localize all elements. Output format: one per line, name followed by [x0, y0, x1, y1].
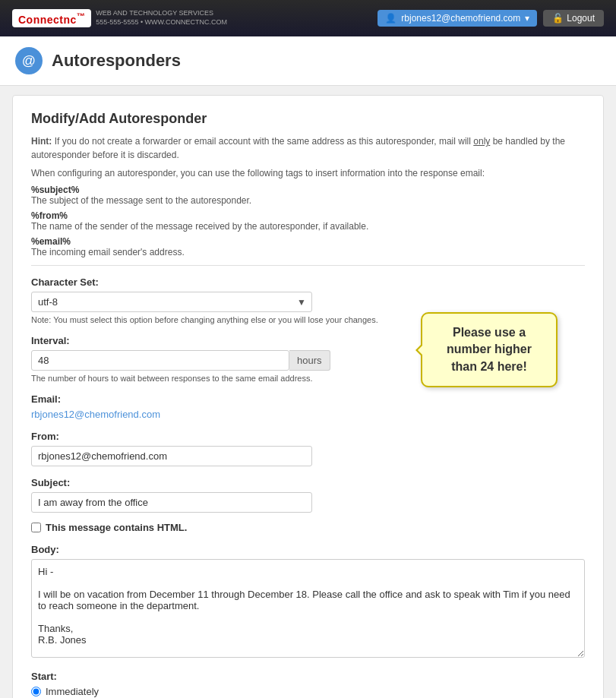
tag-email-name: %email% [31, 236, 585, 247]
html-checkbox-label[interactable]: This message contains HTML. [46, 522, 187, 533]
start-group: Start: Immediately Custom [31, 671, 585, 698]
from-input[interactable] [31, 446, 312, 466]
tag-subject: %subject% The subject of the message sen… [31, 185, 585, 206]
from-group: From: [31, 431, 585, 466]
logo-accent: nc [64, 13, 77, 25]
subject-label: Subject: [31, 477, 585, 488]
html-checkbox[interactable] [31, 523, 41, 532]
logo-subtitle: WEB AND TECHNOLOGY SERVICES 555-555-5555… [96, 9, 227, 27]
html-checkbox-row: This message contains HTML. [31, 522, 585, 533]
tag-subject-desc: The subject of the message sent to the a… [31, 195, 585, 206]
user-email: rbjones12@chemofriend.com [401, 13, 520, 24]
body-textarea[interactable]: Hi - I will be on vacation from December… [31, 559, 585, 658]
character-set-select[interactable]: utf-8 iso-8859-1 UTF-7 [31, 292, 312, 312]
character-set-wrapper: utf-8 iso-8859-1 UTF-7 ▼ [31, 292, 312, 312]
start-immediately-label[interactable]: Immediately [46, 686, 99, 697]
start-immediately-radio[interactable] [31, 687, 41, 696]
character-set-label: Character Set: [31, 276, 585, 288]
logo-main: Connect [18, 13, 64, 25]
start-label: Start: [31, 671, 585, 682]
interval-input[interactable] [31, 350, 289, 371]
main-content: Modify/Add Autoresponder Hint: If you do… [12, 95, 604, 698]
user-badge[interactable]: 👤 rbjones12@chemofriend.com ▾ [377, 10, 537, 27]
page-title: Autoresponders [52, 51, 181, 71]
tag-from-desc: The name of the sender of the message re… [31, 221, 585, 232]
tag-email-desc: The incoming email sender's address. [31, 247, 585, 257]
logo: Connectnc™ [12, 9, 91, 28]
interval-unit-label: hours [289, 350, 330, 371]
tag-from: %from% The name of the sender of the mes… [31, 210, 585, 232]
hint1: Hint: If you do not create a forwarder o… [31, 134, 585, 162]
email-value: rbjones12@chemofriend.com [31, 409, 585, 420]
email-group: Email: rbjones12@chemofriend.com [31, 393, 585, 420]
header-right: 👤 rbjones12@chemofriend.com ▾ 🔓 Logout [377, 10, 604, 27]
tag-email: %email% The incoming email sender's addr… [31, 236, 585, 257]
lock-icon: 🔓 [552, 13, 564, 24]
section-title: Modify/Add Autoresponder [31, 111, 585, 127]
tag-subject-name: %subject% [31, 185, 585, 195]
body-group: Body: Hi - I will be on vacation from De… [31, 544, 585, 660]
user-dropdown-icon: ▾ [525, 13, 529, 24]
divider1 [31, 265, 585, 266]
email-label: Email: [31, 393, 585, 405]
from-label: From: [31, 431, 585, 442]
page-title-bar: @ Autoresponders [0, 36, 616, 86]
tooltip-bubble: Please use a number higher than 24 here! [421, 312, 558, 387]
header: Connectnc™ WEB AND TECHNOLOGY SERVICES 5… [0, 0, 616, 36]
hint2: When configuring an autoresponder, you c… [31, 166, 585, 180]
subject-input[interactable] [31, 492, 312, 513]
body-label: Body: [31, 544, 585, 555]
logout-button[interactable]: 🔓 Logout [543, 10, 604, 27]
tag-from-name: %from% [31, 210, 585, 221]
page-icon: @ [15, 47, 43, 74]
subject-group: Subject: [31, 477, 585, 513]
user-icon: 👤 [385, 13, 396, 24]
logo-area: Connectnc™ WEB AND TECHNOLOGY SERVICES 5… [12, 9, 227, 28]
start-immediately-row: Immediately [31, 686, 585, 697]
